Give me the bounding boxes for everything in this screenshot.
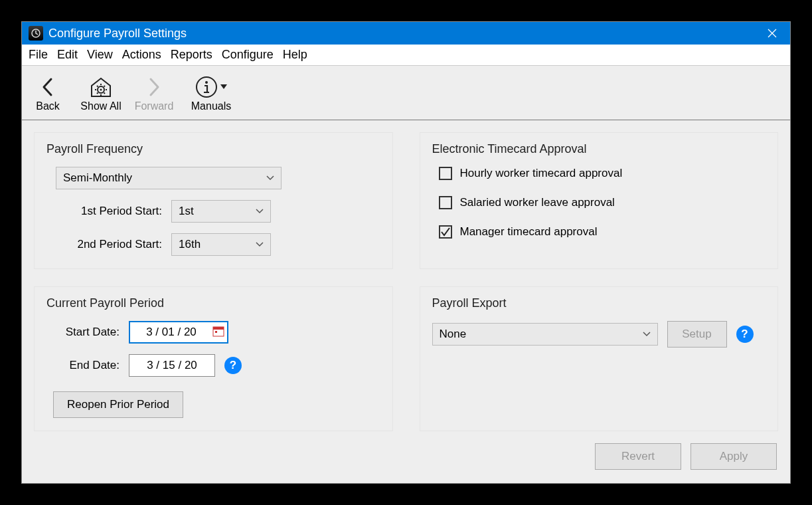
svg-point-4 [205,81,208,84]
menu-file[interactable]: File [25,47,52,63]
frequency-type-value: Semi-Monthly [63,171,132,185]
group-payroll-export: Payroll Export None Setup ? [420,286,779,431]
back-label: Back [36,100,60,112]
revert-button: Revert [595,443,681,470]
group-title: Current Payroll Period [46,296,380,310]
start-date-value: 3 / 01 / 20 [133,326,210,339]
end-date-input[interactable]: 3 / 15 / 20 [129,354,215,377]
second-period-value: 16th [179,238,201,251]
hourly-approval-label: Hourly worker timecard approval [460,167,623,180]
first-period-label: 1st Period Start: [56,205,162,218]
svg-rect-7 [215,331,217,333]
show-all-button[interactable]: Show All [78,70,124,116]
info-icon [195,76,218,98]
group-title: Payroll Export [432,296,766,310]
close-button[interactable] [761,23,783,43]
manuals-label: Manuals [191,100,231,112]
checkbox-icon [439,167,452,180]
end-date-value: 3 / 15 / 20 [147,359,197,372]
toolbar: Back Show All Forward Manuals [22,66,790,120]
chevron-right-icon [147,77,161,97]
help-icon[interactable]: ? [736,326,754,343]
home-gear-icon [89,76,113,98]
menu-help[interactable]: Help [279,47,311,63]
forward-label: Forward [135,100,174,112]
app-icon [29,26,43,41]
back-button[interactable]: Back [25,70,71,116]
manuals-button[interactable]: Manuals [184,70,238,116]
menu-reports[interactable]: Reports [167,47,216,63]
manager-approval-check[interactable]: Manager timecard approval [439,225,766,239]
hourly-approval-check[interactable]: Hourly worker timecard approval [439,167,766,180]
app-window: Configure Payroll Settings File Edit Vie… [21,21,791,484]
checkbox-icon [439,225,452,239]
forward-button: Forward [131,70,177,116]
salaried-approval-label: Salaried worker leave approval [460,196,615,209]
first-period-dropdown[interactable]: 1st [171,200,271,223]
dropdown-caret-icon [220,84,227,90]
group-current-period: Current Payroll Period Start Date: 3 / 0… [34,286,393,431]
group-title: Electronic Timecard Approval [432,142,766,156]
titlebar: Configure Payroll Settings [22,22,790,45]
calendar-icon[interactable] [212,325,224,340]
window-title: Configure Payroll Settings [48,27,761,41]
start-date-input[interactable]: 3 / 01 / 20 [129,321,228,344]
menu-actions[interactable]: Actions [118,47,165,63]
checkbox-icon [439,196,452,209]
export-type-dropdown[interactable]: None [432,323,658,346]
chevron-down-icon [643,330,651,338]
manager-approval-label: Manager timecard approval [460,225,598,239]
salaried-approval-check[interactable]: Salaried worker leave approval [439,196,766,209]
group-payroll-frequency: Payroll Frequency Semi-Monthly 1st Perio… [34,132,393,269]
apply-button: Apply [690,443,777,470]
menu-view[interactable]: View [83,47,117,63]
end-date-label: End Date: [53,359,120,372]
close-icon [768,29,777,38]
setup-button: Setup [667,321,727,348]
revert-label: Revert [621,450,655,463]
footer: Revert Apply [22,437,790,483]
start-date-label: Start Date: [53,326,120,339]
reopen-label: Reopen Prior Period [67,398,169,411]
svg-point-2 [100,88,102,90]
chevron-down-icon [266,174,274,182]
chevron-down-icon [256,241,264,249]
frequency-type-dropdown[interactable]: Semi-Monthly [56,167,282,189]
export-type-value: None [440,328,467,341]
menubar: File Edit View Actions Reports Configure… [22,45,790,66]
setup-label: Setup [682,328,711,341]
chevron-left-icon [41,77,55,97]
menu-configure[interactable]: Configure [218,47,278,63]
second-period-dropdown[interactable]: 16th [171,233,271,256]
reopen-prior-period-button[interactable]: Reopen Prior Period [53,391,183,418]
show-all-label: Show All [80,100,121,112]
apply-label: Apply [720,450,748,463]
group-title: Payroll Frequency [46,142,380,156]
second-period-label: 2nd Period Start: [56,238,162,251]
group-timecard-approval: Electronic Timecard Approval Hourly work… [420,132,779,269]
menu-edit[interactable]: Edit [53,47,82,63]
content-area: Payroll Frequency Semi-Monthly 1st Perio… [22,120,790,437]
chevron-down-icon [256,207,264,215]
first-period-value: 1st [179,205,194,218]
svg-rect-6 [213,327,224,330]
help-icon[interactable]: ? [224,357,242,374]
